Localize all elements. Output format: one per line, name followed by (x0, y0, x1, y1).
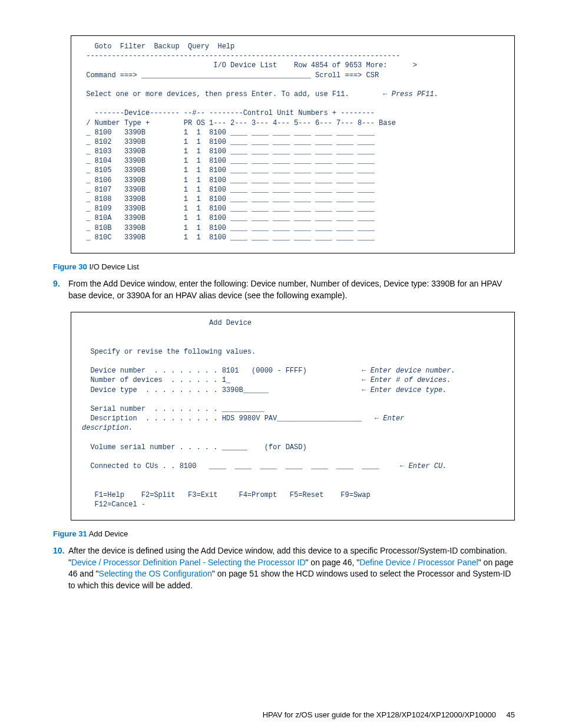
step-text: After the device is defined using the Ad… (68, 545, 514, 591)
fkeys-line-2: F12=Cancel - (82, 500, 146, 509)
table-row: _ 8106 3390B 1 1 8100 ____ ____ ____ ___… (82, 176, 375, 185)
table-row: _ 810A 3390B 1 1 8100 ____ ____ ____ ___… (82, 214, 375, 222)
link-select-os-config[interactable]: Selecting the OS Configuration (99, 569, 212, 578)
title-line: Add Device (82, 319, 252, 327)
link-define-device-processor[interactable]: Define Device / Processor Panel (359, 558, 478, 567)
fkeys-line-1: F1=Help F2=Split F3=Exit F4=Prompt F5=Re… (82, 491, 371, 499)
terminal-add-device: Add Device Specify or revise the followi… (71, 312, 515, 521)
press-pf11-hint: ← Press PF11. (383, 90, 438, 98)
table-row: _ 810B 3390B 1 1 8100 ____ ____ ____ ___… (82, 224, 375, 232)
step-text: From the Add Device window, enter the fo… (68, 278, 514, 301)
table-row: _ 8102 3390B 1 1 8100 ____ ____ ____ ___… (82, 138, 375, 146)
figure-text: Add Device (89, 529, 128, 538)
table-row: _ 8109 3390B 1 1 8100 ____ ____ ____ ___… (82, 205, 375, 213)
device-type-hint: ← Enter device type. (362, 386, 447, 394)
link-processor-definition[interactable]: Device / Processor Definition Panel - Se… (71, 558, 306, 567)
description-hint: ← Enter (375, 414, 404, 423)
number-devices-hint: ← Enter # of devices. (362, 376, 451, 384)
device-number-line: Device number . . . . . . . . 8101 (0000… (82, 367, 362, 375)
volume-serial-line: Volume serial number . . . . . ______ (f… (82, 443, 307, 452)
number-devices-line: Number of devices . . . . . . 1_ (82, 376, 362, 384)
command-line: Command ===> ___________________________… (82, 71, 379, 80)
table-row: _ 8108 3390B 1 1 8100 ____ ____ ____ ___… (82, 195, 375, 203)
title-line: I/O Device List Row 4854 of 9653 More: > (82, 61, 417, 70)
table-row: _ 8105 3390B 1 1 8100 ____ ____ ____ ___… (82, 166, 375, 174)
device-type-line: Device type . . . . . . . . . 3390B_____… (82, 386, 362, 394)
footer-text: HPAV for z/OS user guide for the XP128/X… (263, 710, 496, 719)
terminal-io-device-list: Goto Filter Backup Query Help ----------… (71, 35, 515, 253)
description-cont: description. (82, 424, 133, 432)
description-line: Description . . . . . . . . . HDS 9980V … (82, 414, 375, 423)
serial-number-line: Serial number . . . . . . . . __________ (82, 405, 265, 413)
header-line-1: -------Device------- --#-- --------Contr… (82, 109, 375, 117)
table-row: _ 8107 3390B 1 1 8100 ____ ____ ____ ___… (82, 186, 375, 194)
step-number: 10. (53, 545, 66, 557)
specify-line: Specify or revise the following values. (82, 348, 256, 356)
step-number: 9. (53, 278, 66, 290)
device-number-hint: ← Enter device number. (362, 367, 455, 375)
table-row: _ 810C 3390B 1 1 8100 ____ ____ ____ ___… (82, 233, 375, 242)
table-row: _ 8103 3390B 1 1 8100 ____ ____ ____ ___… (82, 147, 375, 156)
step-9: 9. From the Add Device window, enter the… (53, 278, 515, 301)
table-row: _ 8100 3390B 1 1 8100 ____ ____ ____ ___… (82, 129, 375, 137)
figure-text: I/O Device List (89, 262, 139, 271)
figure-label: Figure 31 (53, 529, 87, 538)
hr-line: ----------------------------------------… (82, 52, 400, 60)
step-10: 10. After the device is defined using th… (53, 545, 515, 591)
connected-cus-line: Connected to CUs . . 8100 ____ ____ ____… (82, 462, 400, 470)
select-line: Select one or more devices, then press E… (82, 90, 383, 98)
figure-label: Figure 30 (53, 262, 87, 271)
menu-line: Goto Filter Backup Query Help (82, 42, 234, 51)
figure-30-caption: Figure 30 I/O Device List (53, 262, 515, 272)
page-number: 45 (507, 710, 515, 720)
page-footer: HPAV for z/OS user guide for the XP128/X… (53, 710, 515, 720)
figure-31-caption: Figure 31 Add Device (53, 529, 515, 539)
table-row: _ 8104 3390B 1 1 8100 ____ ____ ____ ___… (82, 157, 375, 165)
header-line-2: / Number Type + PR OS 1--- 2--- 3--- 4--… (82, 119, 396, 127)
connected-cus-hint: ← Enter CU. (400, 462, 447, 470)
